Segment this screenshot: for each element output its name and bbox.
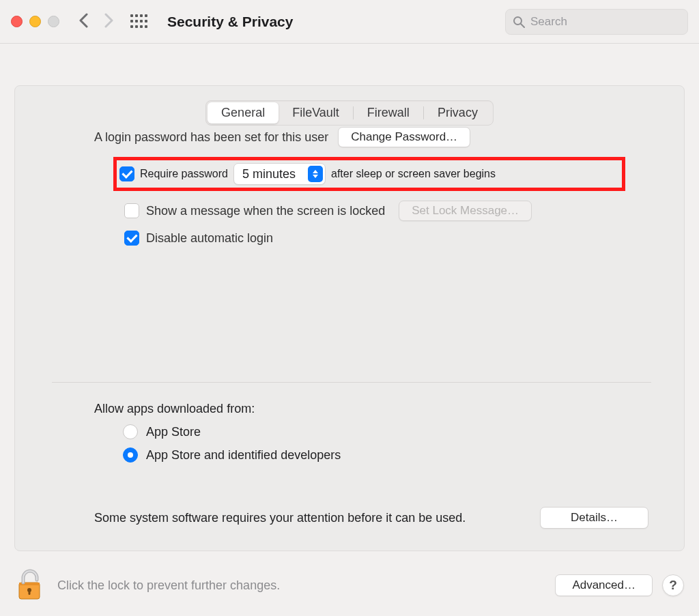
attention-text: Some system software requires your atten… [94, 511, 466, 525]
tab-general[interactable]: General [208, 102, 279, 123]
help-button[interactable]: ? [662, 574, 684, 596]
radio-app-store-identified-label: App Store and identified developers [146, 448, 341, 463]
allow-apps-heading: Allow apps downloaded from: [94, 402, 651, 416]
radio-app-store-identified[interactable] [123, 448, 138, 463]
page-title: Security & Privacy [167, 14, 293, 30]
tab-firewall[interactable]: Firewall [354, 102, 423, 123]
search-input[interactable] [529, 14, 681, 29]
after-sleep-label: after sleep or screen saver begins [331, 168, 496, 180]
require-password-delay-select[interactable]: 5 minutes [233, 163, 326, 185]
window-controls [11, 16, 59, 27]
svg-line-1 [521, 24, 524, 27]
require-password-delay-value: 5 minutes [242, 167, 296, 181]
lock-icon[interactable] [15, 569, 45, 602]
details-button[interactable]: Details… [540, 507, 648, 529]
svg-rect-5 [29, 590, 31, 595]
forward-button [103, 13, 114, 31]
show-all-prefs-button[interactable] [130, 14, 145, 29]
login-password-set-label: A login password has been set for this u… [94, 130, 328, 145]
require-password-label: Require password [140, 168, 228, 180]
show-lock-message-checkbox[interactable] [124, 203, 139, 218]
advanced-button[interactable]: Advanced… [555, 574, 653, 596]
tab-bar: General FileVault Firewall Privacy [0, 100, 699, 126]
radio-app-store-label: App Store [146, 425, 201, 439]
minimize-window-button[interactable] [29, 16, 41, 27]
tab-filevault[interactable]: FileVault [279, 102, 353, 123]
lock-hint-text: Click the lock to prevent further change… [57, 578, 280, 593]
require-password-checkbox[interactable] [119, 166, 134, 181]
nav-arrows [79, 13, 114, 31]
radio-app-store[interactable] [123, 424, 138, 439]
general-panel: A login password has been set for this u… [14, 85, 685, 551]
select-stepper-icon [308, 166, 323, 182]
divider [52, 382, 651, 383]
toolbar: Security & Privacy [0, 0, 699, 44]
back-button[interactable] [79, 13, 89, 31]
search-field[interactable] [505, 9, 688, 35]
search-icon [513, 16, 525, 28]
zoom-window-button [48, 16, 59, 27]
close-window-button[interactable] [11, 16, 23, 27]
set-lock-message-button: Set Lock Message… [399, 201, 532, 221]
change-password-button[interactable]: Change Password… [338, 127, 470, 147]
show-lock-message-label: Show a message when the screen is locked [146, 204, 385, 218]
disable-auto-login-label: Disable automatic login [146, 231, 273, 246]
disable-auto-login-checkbox[interactable] [124, 231, 139, 246]
require-password-highlight: Require password 5 minutes after sleep o… [113, 157, 625, 191]
footer: Click the lock to prevent further change… [0, 555, 699, 616]
tab-privacy[interactable]: Privacy [424, 102, 491, 123]
